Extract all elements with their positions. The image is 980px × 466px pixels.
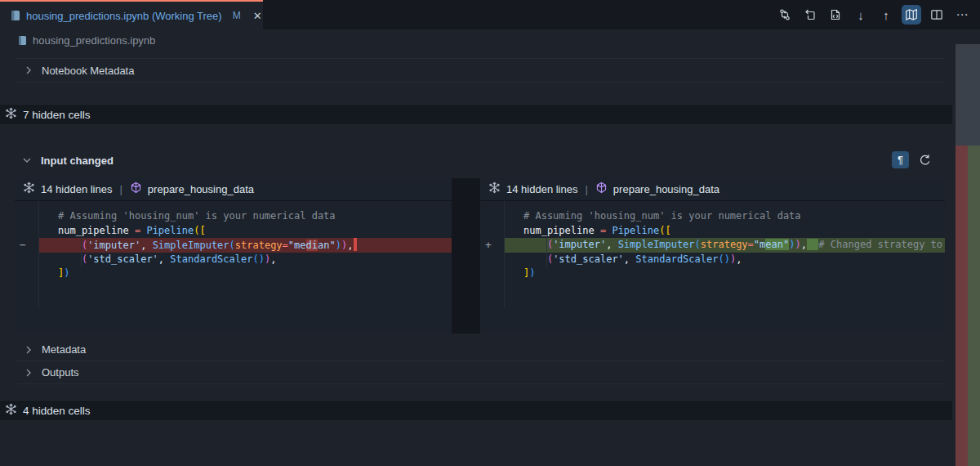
code-line[interactable]: ]): [15, 267, 452, 281]
code-line[interactable]: ('std_scaler', StandardScaler()),: [480, 253, 945, 267]
gutter-separator: [504, 201, 505, 307]
code-line[interactable]: num_pipeline = Pipeline([: [15, 224, 452, 239]
modified-badge: M: [233, 10, 241, 21]
symbol-name: prepare_housing_data: [613, 183, 719, 195]
outputs-label: Outputs: [42, 366, 79, 379]
previous-change-icon[interactable]: ↑: [876, 5, 896, 25]
editor-toolbar: ↓ ↑ ⋯: [775, 0, 972, 29]
code-line[interactable]: # Assuming 'housing_num' is your numeric…: [480, 209, 945, 224]
notebook-metadata-row[interactable]: Notebook Metadata: [15, 58, 945, 83]
code-line[interactable]: + ('imputer', SimpleImputer(strategy="me…: [480, 238, 945, 253]
diff-line-background: [504, 267, 945, 281]
hidden-lines-label: 14 hidden lines: [506, 183, 577, 195]
diff-pane-header[interactable]: 14 hidden lines | prepare_housing_data: [15, 178, 452, 201]
map-toggle-icon[interactable]: [902, 5, 921, 25]
notebook-icon: [18, 35, 27, 46]
git-compare-icon[interactable]: [775, 5, 795, 25]
input-changed-header[interactable]: Input changed ¶: [15, 149, 945, 172]
chevron-right-icon: [22, 366, 35, 379]
overview-ruler[interactable]: [956, 0, 980, 466]
hidden-cells-label: 4 hidden cells: [23, 405, 91, 417]
removed-line-gutter-icon: −: [20, 238, 36, 253]
indent-guide: [546, 238, 547, 267]
diff-pane-modified[interactable]: 14 hidden lines | prepare_housing_data #…: [480, 178, 945, 334]
code-editor-modified[interactable]: # Assuming 'housing_num' is your numeric…: [480, 201, 945, 334]
breadcrumb-file: housing_predictions.ipynb: [33, 34, 155, 47]
tab-strip: housing_predictions.ipynb (Working Tree)…: [0, 0, 980, 29]
outputs-row[interactable]: Outputs: [15, 361, 945, 384]
scrollbar-thumb[interactable]: [956, 44, 980, 146]
open-file-code-icon[interactable]: [826, 5, 845, 25]
close-icon[interactable]: ✕: [253, 10, 262, 22]
code-tokens: ('imputer', SimpleImputer(strategy="medi…: [58, 240, 357, 251]
chevron-down-icon: [20, 154, 33, 167]
indent-guide: [81, 238, 82, 267]
ruler-added-marker: [968, 146, 980, 466]
next-change-icon[interactable]: ↓: [851, 5, 871, 25]
code-line[interactable]: ]): [480, 267, 945, 281]
code-tokens: # Assuming 'housing_num' is your numeric…: [523, 210, 801, 222]
code-tokens: num_pipeline = Pipeline([: [58, 225, 206, 236]
code-line[interactable]: # Assuming 'housing_num' is your numeric…: [15, 209, 452, 224]
chevron-right-icon: [22, 343, 35, 356]
toggle-whitespace-button[interactable]: ¶: [892, 151, 909, 168]
code-tokens: ('imputer', SimpleImputer(strategy="mean…: [523, 239, 945, 250]
hidden-cells-label: 7 hidden cells: [23, 109, 91, 121]
chevron-right-icon: [22, 64, 35, 77]
breadcrumb[interactable]: housing_predictions.ipynb: [0, 29, 952, 51]
notebook-icon: [11, 10, 20, 21]
code-tokens: ('std_scaler', StandardScaler()),: [523, 253, 742, 265]
code-tokens: ]): [58, 267, 69, 279]
notebook-metadata-label: Notebook Metadata: [42, 65, 134, 77]
tab-housing-predictions[interactable]: housing_predictions.ipynb (Working Tree)…: [0, 0, 263, 29]
symbol-name: prepare_housing_data: [148, 183, 254, 195]
deleted-text-marker: [354, 238, 357, 251]
code-tokens: # Assuming 'housing_num' is your numeric…: [58, 210, 336, 222]
metadata-row[interactable]: Metadata: [15, 338, 945, 361]
diff-line-background: [38, 267, 452, 281]
diff-pane-header[interactable]: 14 hidden lines | prepare_housing_data: [480, 178, 945, 201]
gutter-separator: [38, 201, 39, 307]
separator: |: [118, 183, 123, 195]
added-line-gutter-icon: +: [485, 238, 501, 253]
metadata-label: Metadata: [42, 343, 86, 356]
split-editor-icon[interactable]: [927, 5, 947, 25]
unfold-icon: [488, 181, 501, 197]
hidden-cells-row-top[interactable]: 7 hidden cells: [0, 104, 952, 125]
tab-title: housing_predictions.ipynb (Working Tree): [26, 10, 222, 22]
code-line[interactable]: num_pipeline = Pipeline([: [480, 224, 945, 239]
symbol-cube-icon: [130, 181, 142, 197]
code-editor-original[interactable]: # Assuming 'housing_num' is your numeric…: [15, 201, 452, 334]
hidden-cells-row-bottom[interactable]: 4 hidden cells: [0, 400, 952, 421]
diff-pane-original[interactable]: 14 hidden lines | prepare_housing_data #…: [15, 178, 452, 334]
symbol-cube-icon: [595, 181, 608, 197]
hidden-lines-label: 14 hidden lines: [41, 183, 112, 195]
input-changed-label: Input changed: [41, 155, 114, 167]
discard-changes-icon[interactable]: [800, 5, 820, 25]
unfold-icon: [23, 181, 35, 197]
separator: |: [583, 183, 589, 195]
ruler-deleted-marker: [956, 146, 968, 466]
revert-cell-icon[interactable]: [917, 153, 932, 168]
code-tokens: num_pipeline = Pipeline([: [523, 225, 671, 236]
code-tokens: ('std_scaler', StandardScaler()),: [58, 253, 276, 265]
unfold-icon: [5, 107, 17, 123]
unfold-icon: [5, 403, 17, 419]
code-tokens: ]): [523, 267, 535, 279]
